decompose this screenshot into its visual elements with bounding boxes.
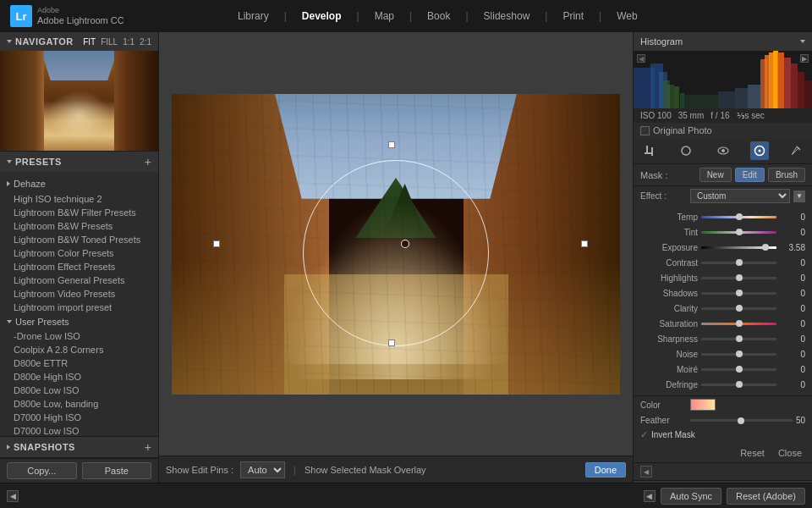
mask-handle-right[interactable] (581, 240, 588, 247)
auto-sync-button[interactable]: Auto Sync (661, 488, 721, 505)
noise-slider[interactable] (701, 353, 776, 356)
exposure-thumb[interactable] (762, 244, 769, 251)
clarity-thumb[interactable] (736, 305, 743, 312)
snapshots-header[interactable]: Snapshots + (0, 437, 158, 457)
fit-option-fit[interactable]: FIT (83, 37, 96, 47)
adjustment-brush-icon[interactable] (787, 141, 805, 160)
navigator-header[interactable]: Navigator FIT FILL 1:1 2:1 (0, 32, 158, 51)
contrast-slider[interactable] (701, 262, 776, 264)
fit-option-1-1[interactable]: 1:1 (123, 37, 134, 47)
preset-item[interactable]: D800e ETTR (0, 356, 158, 370)
preset-item[interactable]: Lightroom Effect Presets (0, 260, 158, 273)
nav-map[interactable]: Map (375, 10, 394, 22)
app-logo: Lr Adobe Adobe Lightroom CC (10, 5, 124, 27)
bottom-left-icon[interactable]: ◀ (640, 466, 652, 478)
temp-thumb[interactable] (736, 213, 743, 220)
defringe-thumb[interactable] (736, 381, 743, 388)
highlights-slider[interactable] (701, 277, 776, 279)
preset-item[interactable]: Lightroom import preset (0, 301, 158, 314)
preset-item[interactable]: Lightroom B&W Presets (0, 219, 158, 233)
mask-brush-button[interactable]: Brush (768, 168, 805, 182)
moire-slider[interactable] (701, 368, 776, 371)
mask-center-dot[interactable] (401, 240, 409, 248)
effect-arrow-icon[interactable]: ▼ (793, 190, 805, 202)
user-presets-header[interactable]: User Presets (0, 314, 158, 329)
mask-handle-bottom[interactable] (388, 340, 395, 346)
mask-circle[interactable] (303, 160, 489, 346)
invert-mask-label[interactable]: Invert Mask (651, 430, 695, 439)
original-photo-checkbox[interactable] (640, 126, 650, 135)
preset-item[interactable]: D7000 High ISO (0, 411, 158, 424)
navigator-thumbnail[interactable] (0, 51, 158, 151)
show-edit-pins-select[interactable]: Auto (240, 461, 285, 478)
preset-item[interactable]: Lightroom General Presets (0, 273, 158, 287)
presets-header[interactable]: Presets + (0, 152, 158, 172)
snapshots-add-button[interactable]: + (145, 441, 151, 453)
crop-tool-icon[interactable] (640, 141, 659, 160)
sharpness-thumb[interactable] (736, 335, 743, 342)
preset-item[interactable]: Lightroom Color Presets (0, 246, 158, 260)
contrast-thumb[interactable] (736, 259, 743, 266)
feather-slider[interactable] (690, 419, 793, 422)
saturation-slider[interactable] (701, 323, 776, 325)
preset-item[interactable]: Lightroom B&W Filter Presets (0, 206, 158, 219)
spot-removal-icon[interactable] (677, 141, 695, 160)
mask-edit-button[interactable]: Edit (735, 168, 765, 182)
preset-item[interactable]: Lightroom Video Presets (0, 287, 158, 301)
mask-handle-top[interactable] (388, 141, 395, 148)
preset-item[interactable]: Lightroom B&W Toned Presets (0, 233, 158, 246)
defringe-row: Defringe 0 (634, 377, 812, 392)
preset-item[interactable]: D800e Low, banding (0, 397, 158, 411)
svg-rect-12 (791, 64, 798, 108)
moire-thumb[interactable] (736, 366, 743, 373)
preset-item[interactable]: High ISO technique 2 (0, 192, 158, 206)
user-presets-label: User Presets (15, 317, 69, 327)
auto-sync-arrow-button[interactable]: ◀ (644, 490, 656, 502)
nav-web[interactable]: Web (617, 10, 637, 22)
lr-badge: Lr (10, 5, 32, 27)
histogram-focal: 35 mm (678, 111, 705, 120)
presets-add-button[interactable]: + (145, 156, 151, 168)
preset-item[interactable]: D800e High ISO (0, 370, 158, 384)
done-button[interactable]: Done (585, 462, 626, 478)
histogram-shadow-alert[interactable]: ◀ (637, 54, 645, 63)
close-button[interactable]: Close (775, 446, 805, 460)
exposure-slider[interactable] (701, 246, 776, 249)
noise-thumb[interactable] (736, 351, 743, 357)
preset-item[interactable]: Coolpix A 2.8 Corners (0, 343, 158, 356)
effect-dropdown[interactable]: Custom (690, 189, 790, 203)
redeye-icon[interactable] (714, 141, 732, 160)
preset-item[interactable]: -Drone Low ISO (0, 329, 158, 343)
paste-button[interactable]: Paste (82, 462, 152, 479)
feather-thumb[interactable] (738, 417, 744, 424)
tint-thumb[interactable] (736, 229, 743, 235)
nav-library[interactable]: Library (238, 10, 269, 22)
clarity-slider[interactable] (701, 307, 776, 310)
nav-print[interactable]: Print (562, 10, 584, 22)
temp-slider[interactable] (701, 216, 776, 218)
highlights-thumb[interactable] (736, 274, 743, 281)
sharpness-slider[interactable] (701, 338, 776, 340)
graduated-filter-icon[interactable] (750, 141, 769, 160)
shadows-thumb[interactable] (736, 290, 743, 296)
nav-slideshow[interactable]: Slideshow (484, 10, 530, 22)
reset-adobe-button[interactable]: Reset (Adobe) (727, 488, 805, 505)
nav-develop[interactable]: Develop (302, 10, 342, 22)
tint-slider[interactable] (701, 231, 776, 234)
preset-dehaze-header[interactable]: Dehaze (7, 177, 151, 190)
histogram-highlight-alert[interactable]: ▶ (800, 54, 809, 63)
preset-item[interactable]: D7000 Low ISO (0, 424, 158, 436)
saturation-thumb[interactable] (736, 320, 743, 327)
fit-option-fill[interactable]: FILL (101, 37, 118, 47)
mask-handle-left[interactable] (213, 240, 220, 247)
reset-button[interactable]: Reset (737, 446, 768, 460)
fit-option-2-1[interactable]: 2:1 (140, 37, 151, 47)
nav-book[interactable]: Book (427, 10, 450, 22)
shadows-slider[interactable] (701, 292, 776, 295)
color-swatch[interactable] (690, 399, 716, 411)
prev-photo-button[interactable]: ◀ (7, 490, 19, 502)
defringe-slider[interactable] (701, 384, 776, 386)
copy-button[interactable]: Copy... (7, 462, 77, 479)
preset-item[interactable]: D800e Low ISO (0, 384, 158, 397)
mask-new-button[interactable]: New (700, 168, 732, 182)
